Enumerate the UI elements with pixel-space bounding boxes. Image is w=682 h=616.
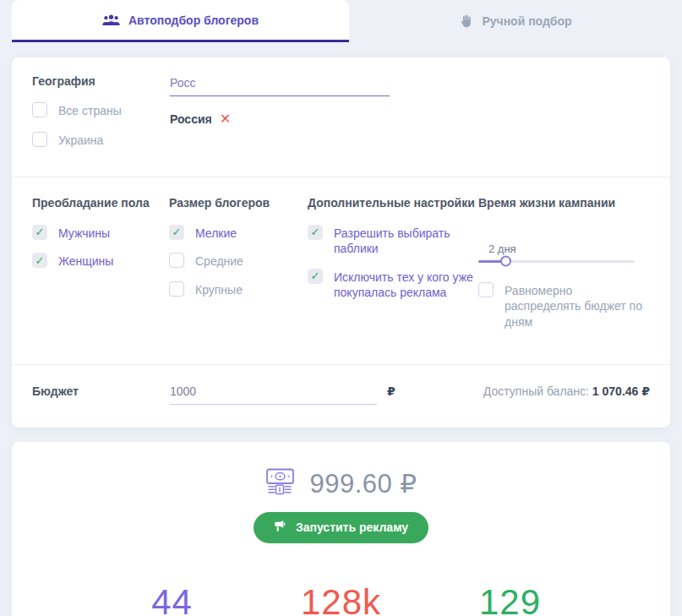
launch-ad-label: Запустить рекламу: [296, 521, 408, 534]
checkbox-ukraine[interactable]: Украина: [32, 133, 170, 148]
slider-thumb[interactable]: [500, 256, 511, 267]
budget-input[interactable]: [170, 383, 377, 405]
forecast-stats: 44 БЛОГЕРОВ будет задействованно 128k ЧЕ…: [12, 582, 670, 616]
tab-auto-selection[interactable]: Автоподбор блогеров: [12, 0, 349, 42]
stat-value: 129: [430, 582, 591, 616]
gender-column: Преобладание пола ✓ Мужчины ✓ Женщины: [32, 196, 169, 342]
checkbox-label: Крупные: [195, 282, 243, 297]
budget-label: Бюджет: [32, 383, 170, 398]
selected-country-tag: Россия ✕: [170, 112, 650, 126]
launch-summary-card: 999.60 ₽ Запустить рекламу 44 БЛОГЕРОВ б…: [12, 442, 670, 616]
tab-auto-label: Автоподбор блогеров: [128, 14, 259, 27]
lifetime-title: Время жизни кампании: [478, 196, 650, 210]
hand-icon: [459, 14, 473, 29]
campaign-lifetime-slider[interactable]: 2 дня: [478, 243, 635, 263]
total-price: 999.60 ₽: [309, 468, 417, 499]
checkbox-box: ✓: [32, 253, 47, 268]
extra-title: Дополнительные настройки: [308, 196, 478, 210]
checkbox-box: ✓: [308, 225, 323, 240]
stat-value: 44: [92, 582, 253, 616]
checkbox-even-budget[interactable]: Равномерно распределять бюджет по дням: [478, 283, 650, 330]
checkbox-large[interactable]: Крупные: [169, 282, 308, 297]
checkbox-box: [32, 102, 47, 117]
checkbox-exclude-bought[interactable]: ✓ Исключить тех у кого уже покупалась ре…: [308, 270, 478, 301]
campaign-lifetime-column: Время жизни кампании 2 дня Равномерно ра…: [478, 196, 650, 342]
stat-kopecks: 129 КОПЕЕК стоимость целевого показа: [430, 582, 591, 616]
megaphone-icon: [274, 520, 288, 535]
checkbox-men[interactable]: ✓ Мужчины: [32, 226, 169, 241]
slider-track[interactable]: [478, 260, 635, 263]
blogger-size-column: Размер блогеров ✓ Мелкие Средние Крупные: [169, 196, 308, 342]
check-icon: ✓: [172, 226, 182, 237]
check-icon: ✓: [311, 270, 320, 281]
checkbox-label: Все страны: [58, 103, 122, 118]
users-group-icon: [102, 14, 120, 26]
selected-country-name: Россия: [170, 112, 212, 126]
total-price-row: 999.60 ₽: [12, 467, 670, 499]
check-icon: ✓: [311, 226, 320, 237]
gender-title: Преобладание пола: [32, 196, 169, 210]
checkbox-women[interactable]: ✓ Женщины: [32, 253, 169, 269]
filters-section: Преобладание пола ✓ Мужчины ✓ Женщины Ра…: [12, 177, 670, 364]
checkbox-label: Средние: [195, 253, 243, 269]
stat-value: 128k: [261, 582, 422, 616]
check-icon: ✓: [35, 226, 45, 237]
size-title: Размер блогеров: [169, 196, 308, 210]
checkbox-box: ✓: [169, 225, 184, 240]
checkbox-allow-publics[interactable]: ✓ Разрешить выбирать паблики: [308, 226, 478, 257]
stat-bloggers: 44 БЛОГЕРОВ будет задействованно: [92, 582, 253, 616]
checkbox-all-countries[interactable]: Все страны: [32, 103, 170, 118]
stat-people: 128k ЧЕЛОВЕК увидят вашу рекламу: [261, 582, 422, 616]
checkbox-medium[interactable]: Средние: [169, 253, 308, 269]
currency-symbol: ₽: [387, 383, 396, 398]
balance-value: 1 070.46 ₽: [592, 384, 650, 398]
country-search-input[interactable]: [170, 74, 390, 96]
tab-manual-label: Ручной подбор: [482, 14, 571, 28]
money-icon: [265, 467, 298, 499]
available-balance: Доступный баланс: 1 070.46 ₽: [483, 383, 650, 398]
campaign-settings-card: География Все страны Украина Россия ✕ Пр…: [12, 57, 670, 428]
balance-label: Доступный баланс:: [483, 384, 589, 398]
launch-ad-button[interactable]: Запустить рекламу: [254, 512, 428, 543]
checkbox-box: [32, 132, 47, 147]
checkbox-box: [169, 253, 184, 268]
checkbox-small[interactable]: ✓ Мелкие: [169, 226, 308, 241]
tabbar: Автоподбор блогеров Ручной подбор: [0, 0, 682, 42]
geography-section: География Все страны Украина Россия ✕: [12, 57, 670, 177]
budget-section: Бюджет ₽ Доступный баланс: 1 070.46 ₽: [12, 365, 670, 428]
checkbox-label: Женщины: [58, 253, 113, 269]
tab-manual-selection[interactable]: Ручной подбор: [349, 0, 682, 42]
slider-value-label: 2 дня: [488, 243, 635, 255]
checkbox-label: Равномерно распределять бюджет по дням: [505, 283, 650, 330]
checkbox-label: Мужчины: [58, 226, 110, 241]
geography-label: География: [32, 74, 170, 88]
extra-settings-column: Дополнительные настройки ✓ Разрешить выб…: [308, 196, 478, 342]
checkbox-label: Исключить тех у кого уже покупалась рекл…: [334, 270, 476, 301]
checkbox-label: Украина: [58, 133, 103, 148]
remove-country-icon[interactable]: ✕: [220, 112, 231, 126]
checkbox-box: ✓: [32, 225, 47, 240]
check-icon: ✓: [35, 255, 45, 266]
checkbox-box: ✓: [308, 269, 323, 284]
checkbox-box: [169, 281, 184, 297]
checkbox-label: Разрешить выбирать паблики: [334, 226, 476, 257]
checkbox-label: Мелкие: [195, 226, 237, 241]
checkbox-box: [478, 282, 494, 297]
